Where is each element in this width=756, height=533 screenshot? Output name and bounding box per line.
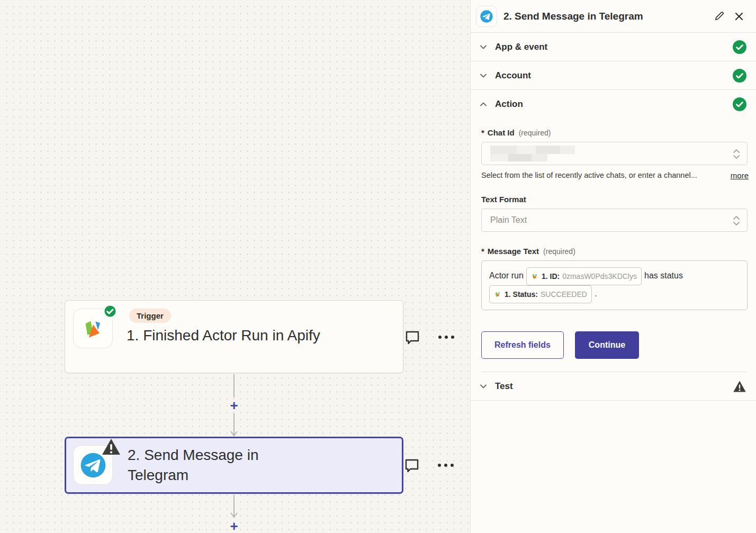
token-value: SUCCEEDED bbox=[541, 286, 587, 302]
step-warning-badge-icon bbox=[101, 437, 122, 456]
step-menu-icon[interactable] bbox=[437, 463, 455, 468]
chevron-down-icon bbox=[479, 42, 488, 52]
step-menu-icon[interactable] bbox=[437, 335, 455, 340]
section-app-event[interactable]: App & event bbox=[471, 33, 756, 61]
chevron-up-icon bbox=[479, 100, 488, 109]
required-hint: (required) bbox=[519, 129, 551, 137]
telegram-app-icon bbox=[476, 6, 497, 27]
token-label: 1. Status: bbox=[505, 286, 538, 302]
add-step-button[interactable]: + bbox=[226, 399, 242, 412]
panel-header: 2. Send Message in Telegram bbox=[471, 0, 756, 33]
telegram-logo-icon bbox=[479, 9, 494, 24]
select-stepper-icon bbox=[731, 215, 742, 227]
chat-id-select[interactable] bbox=[481, 142, 748, 165]
required-asterisk: * bbox=[481, 247, 484, 256]
apify-logo-icon bbox=[494, 291, 501, 298]
step-settings-panel: 2. Send Message in Telegram App & event bbox=[470, 0, 756, 533]
add-step-button[interactable]: + bbox=[226, 519, 242, 533]
message-text-static: . bbox=[595, 289, 597, 298]
section-label: Account bbox=[495, 70, 733, 81]
connector-line bbox=[233, 374, 235, 398]
trigger-badge: Trigger bbox=[129, 309, 171, 323]
chat-id-label: Chat Id bbox=[488, 128, 515, 137]
message-text-label: Message Text bbox=[488, 247, 539, 256]
section-test[interactable]: Test bbox=[471, 372, 756, 401]
message-text-static: has status bbox=[644, 271, 683, 280]
token-label: 1. ID: bbox=[542, 268, 560, 284]
trigger-step-card[interactable]: Trigger 1. Finished Actor Run in Apify bbox=[65, 300, 403, 373]
refresh-fields-button[interactable]: Refresh fields bbox=[481, 331, 564, 359]
section-complete-icon bbox=[733, 97, 746, 111]
text-format-select[interactable]: Plain Text bbox=[481, 209, 748, 232]
workflow-canvas[interactable]: Trigger 1. Finished Actor Run in Apify + bbox=[0, 0, 470, 533]
chevron-down-icon bbox=[479, 71, 488, 80]
section-label: Action bbox=[495, 99, 733, 110]
message-text-label-row: * Message Text (required) bbox=[481, 247, 747, 256]
zap-editor: Trigger 1. Finished Actor Run in Apify + bbox=[0, 0, 756, 533]
select-stepper-icon bbox=[731, 148, 742, 160]
apify-app-icon bbox=[73, 309, 113, 348]
token-value: 0zmasW0Pds3KDClys bbox=[562, 268, 637, 284]
action-step-card[interactable]: 2. Send Message in Telegram bbox=[65, 437, 403, 494]
apify-logo-icon bbox=[531, 273, 538, 280]
section-warning-icon bbox=[733, 380, 746, 393]
trigger-step-title: 1. Finished Actor Run in Apify bbox=[127, 326, 338, 346]
section-complete-icon bbox=[733, 40, 746, 54]
chat-id-helper-text: Select from the list of recently active … bbox=[481, 171, 724, 180]
section-action[interactable]: Action bbox=[471, 90, 756, 119]
note-comment-icon[interactable] bbox=[404, 329, 420, 345]
apify-logo-icon bbox=[80, 316, 106, 341]
section-label: Test bbox=[495, 381, 733, 392]
close-icon[interactable] bbox=[733, 10, 745, 23]
section-label: App & event bbox=[495, 42, 733, 52]
text-format-label-row: Text Format bbox=[481, 195, 747, 204]
chat-id-redacted-value bbox=[490, 146, 575, 161]
connector-arrow bbox=[226, 413, 242, 437]
edit-title-icon[interactable] bbox=[713, 10, 725, 23]
panel-title: 2. Send Message in Telegram bbox=[503, 11, 705, 22]
mapped-field-token[interactable]: 1. ID:0zmasW0Pds3KDClys bbox=[526, 267, 642, 285]
action-buttons-row: Refresh fields Continue bbox=[481, 331, 747, 359]
required-asterisk: * bbox=[481, 128, 484, 137]
more-link[interactable]: more bbox=[731, 171, 749, 180]
step-success-badge-icon bbox=[103, 304, 118, 319]
chat-id-helper-row: Select from the list of recently active … bbox=[481, 171, 749, 180]
mapped-field-token[interactable]: 1. Status:SUCCEEDED bbox=[489, 285, 592, 303]
telegram-app-icon bbox=[73, 445, 113, 485]
section-account[interactable]: Account bbox=[471, 61, 756, 90]
action-form: * Chat Id (required) Select from the lis… bbox=[471, 119, 756, 372]
text-format-value: Plain Text bbox=[490, 215, 527, 225]
message-text-editor[interactable]: Actor run1. ID:0zmasW0Pds3KDClyshas stat… bbox=[481, 260, 748, 310]
required-hint: (required) bbox=[543, 247, 575, 256]
note-comment-icon[interactable] bbox=[404, 457, 420, 473]
action-step-title: 2. Send Message in Telegram bbox=[128, 445, 302, 485]
chevron-down-icon bbox=[479, 382, 488, 391]
connector-arrow bbox=[226, 495, 242, 518]
continue-button[interactable]: Continue bbox=[575, 331, 639, 359]
text-format-label: Text Format bbox=[481, 195, 526, 204]
chat-id-label-row: * Chat Id (required) bbox=[481, 128, 747, 137]
message-text-static: Actor run bbox=[489, 271, 524, 280]
section-complete-icon bbox=[733, 69, 746, 83]
